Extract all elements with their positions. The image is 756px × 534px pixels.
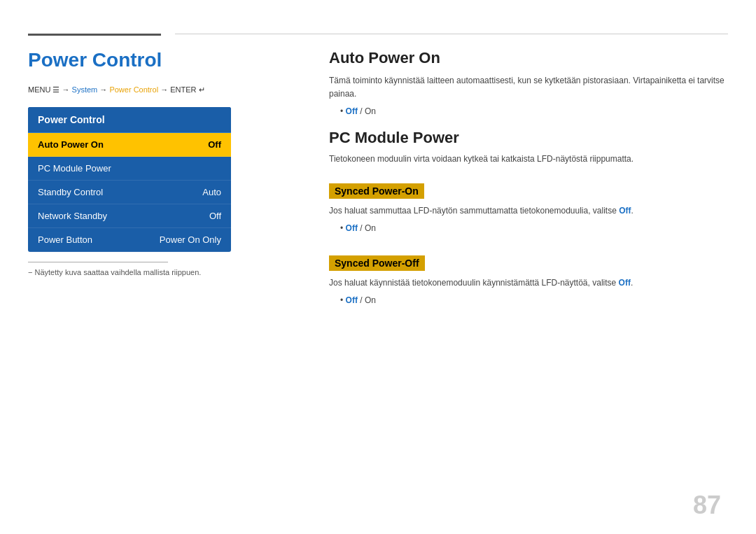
top-line-left [28,34,161,36]
menu-item-power-button[interactable]: Power Button Power On Only [28,228,231,252]
menu-prefix: MENU [28,85,52,94]
note-text: − Näytetty kuva saattaa vaihdella mallis… [28,268,280,276]
left-column: Power Control MENU ☰ → System → Power Co… [28,42,280,276]
page-number: 87 [693,491,721,520]
synced-power-on-bullet: Off / On [340,223,728,233]
power-button-value: Power On Only [160,234,221,245]
synced-off-off-highlight: Off [619,278,631,288]
menu-box: Power Control Auto Power On Off PC Modul… [28,107,231,252]
menu-item-auto-power-on[interactable]: Auto Power On Off [28,133,231,157]
synced-power-off-bullet: Off / On [340,295,728,305]
page-title: Power Control [28,49,280,71]
synced-power-off-desc: Jos haluat käynnistää tietokonemoduulin … [329,276,728,290]
network-standby-label: Network Standby [38,211,107,221]
arrow1: → [62,85,72,94]
menu-item-standby-control[interactable]: Standby Control Auto [28,181,231,204]
auto-power-on-on: On [365,106,376,116]
auto-power-on-off: Off [346,106,358,116]
system-link: System [72,85,98,94]
right-column: Auto Power On Tämä toiminto käynnistää l… [329,42,728,309]
auto-power-on-desc: Tämä toiminto käynnistää laitteen automa… [329,74,728,101]
menu-path: MENU ☰ → System → Power Control → ENTER … [28,85,280,94]
arrow2: → [99,85,109,94]
menu-box-title: Power Control [28,107,231,133]
auto-power-on-slash: / [360,106,365,116]
auto-power-on-bullet: Off / On [340,106,728,116]
power-control-link: Power Control [109,85,158,94]
auto-power-on-value: Off [208,139,221,150]
menu-icon: ☰ [52,85,59,94]
menu-item-network-standby[interactable]: Network Standby Off [28,204,231,228]
synced-power-on-header: Synced Power-On [329,183,424,199]
synced-on-on: On [365,223,376,233]
synced-on-off-highlight: Off [619,206,631,216]
menu-item-pc-module-power[interactable]: PC Module Power [28,157,231,181]
auto-power-on-title: Auto Power On [329,49,728,67]
synced-off-off: Off [346,295,358,305]
synced-off-on: On [365,295,376,305]
standby-control-label: Standby Control [38,187,103,197]
synced-on-slash: / [360,223,365,233]
auto-power-on-label: Auto Power On [38,139,104,150]
synced-on-off: Off [346,223,358,233]
synced-power-off-header-wrapper: Synced Power-Off [329,244,728,276]
synced-power-on-header-wrapper: Synced Power-On [329,172,728,204]
standby-control-value: Auto [202,187,221,197]
synced-power-off-header: Synced Power-Off [329,255,425,271]
pc-module-power-title: PC Module Power [329,129,728,147]
pc-module-power-label: PC Module Power [38,163,111,174]
pc-module-power-desc: Tietokoneen moduulin virta voidaan kytke… [329,153,728,166]
synced-off-slash: / [360,295,365,305]
top-line-right [175,34,728,34]
synced-power-on-desc: Jos haluat sammuttaa LFD-näytön sammutta… [329,204,728,218]
network-standby-value: Off [209,211,221,221]
menu-divider [28,262,168,262]
power-button-label: Power Button [38,234,92,245]
arrow3: → ENTER ↵ [160,85,204,94]
